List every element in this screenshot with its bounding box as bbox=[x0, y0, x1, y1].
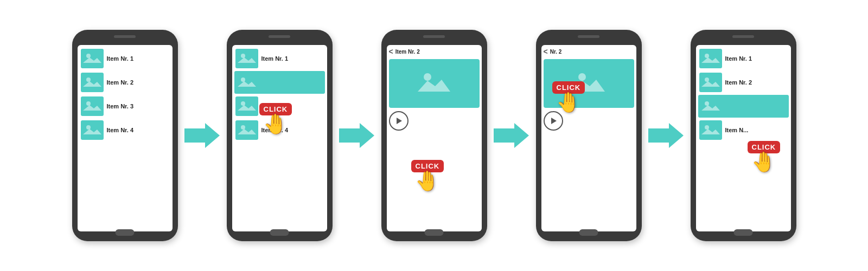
item-label: Item Nr. 2 bbox=[107, 79, 134, 86]
phone-1-wrapper: Item Nr. 1 Item Nr. 2 Item Nr. 3 Item Nr… bbox=[72, 30, 178, 241]
list-item: Item Nr. 2 bbox=[698, 71, 789, 94]
play-area bbox=[544, 111, 634, 131]
hand-icon: 🤚 bbox=[751, 152, 776, 172]
thumb-icon bbox=[81, 49, 104, 68]
thumb-icon bbox=[235, 96, 258, 116]
back-arrow-icon: < bbox=[544, 47, 548, 56]
arrow-4 bbox=[647, 121, 685, 151]
phone-4-wrapper: < Nr. 2 CLICK 🤚 bbox=[536, 30, 642, 241]
svg-point-20 bbox=[241, 101, 245, 106]
phone-1: Item Nr. 1 Item Nr. 2 Item Nr. 3 Item Nr… bbox=[72, 30, 178, 241]
svg-rect-6 bbox=[83, 99, 101, 114]
item-label: Item Nr. 1 bbox=[261, 55, 289, 62]
scene: Item Nr. 1 Item Nr. 2 Item Nr. 3 Item Nr… bbox=[0, 0, 868, 271]
phone-2: Item Nr. 1 Item N... Item Nr. 4 bbox=[227, 30, 333, 241]
svg-point-7 bbox=[86, 101, 91, 106]
item-label: Item Nr. 1 bbox=[107, 55, 134, 62]
svg-point-4 bbox=[86, 78, 91, 82]
svg-marker-34 bbox=[551, 118, 557, 124]
svg-point-17 bbox=[241, 78, 245, 82]
detail-image bbox=[389, 59, 480, 108]
phone-5-wrapper: Item Nr. 1 Item Nr. 2 Item N... bbox=[691, 30, 796, 241]
list-item: Item Nr. 4 bbox=[80, 119, 170, 141]
hand-icon: 🤚 bbox=[263, 114, 288, 134]
play-button[interactable] bbox=[544, 111, 563, 131]
arrow-1 bbox=[183, 121, 221, 151]
arrow-3 bbox=[493, 121, 531, 151]
svg-point-27 bbox=[424, 73, 431, 81]
svg-rect-16 bbox=[238, 75, 256, 90]
svg-rect-3 bbox=[83, 75, 101, 90]
svg-point-43 bbox=[705, 101, 709, 106]
phone-3-wrapper: < Item Nr. 2 CLICK 🤚 bbox=[381, 30, 487, 241]
svg-rect-45 bbox=[701, 122, 720, 138]
svg-point-37 bbox=[705, 54, 709, 58]
list-item: Item Nr. 3 bbox=[80, 95, 170, 118]
phone-1-screen: Item Nr. 1 Item Nr. 2 Item Nr. 3 Item Nr… bbox=[78, 45, 173, 231]
list-item: Item Nr. 2 bbox=[80, 71, 170, 94]
item-label: Item Nr. 3 bbox=[107, 103, 134, 109]
phone-2-screen: Item Nr. 1 Item N... Item Nr. 4 bbox=[232, 45, 327, 231]
click-overlay-4: CLICK 🤚 bbox=[552, 81, 585, 112]
thumb-icon bbox=[699, 120, 722, 140]
svg-point-10 bbox=[86, 125, 91, 130]
svg-rect-9 bbox=[83, 122, 101, 138]
svg-marker-29 bbox=[397, 118, 402, 124]
phone-3: < Item Nr. 2 bbox=[381, 30, 487, 241]
thumb-icon bbox=[699, 73, 722, 92]
thumb-icon bbox=[235, 73, 258, 92]
phone-3-detail: < Item Nr. 2 bbox=[387, 45, 482, 133]
thumb-icon bbox=[81, 96, 104, 116]
svg-point-1 bbox=[86, 54, 91, 58]
list-item: Item N... bbox=[698, 119, 789, 141]
detail-title: Nr. 2 bbox=[550, 49, 562, 55]
phone-5: Item Nr. 1 Item Nr. 2 Item N... bbox=[691, 30, 796, 241]
list-item: Item Nr. 1 bbox=[698, 47, 789, 70]
back-arrow-icon: < bbox=[389, 47, 393, 56]
svg-point-46 bbox=[705, 125, 709, 130]
list-item-highlighted bbox=[234, 71, 325, 94]
arrow-2 bbox=[338, 121, 376, 151]
phone-3-screen: < Item Nr. 2 bbox=[387, 45, 482, 231]
item-label: Item N... bbox=[725, 127, 749, 133]
thumb-icon bbox=[235, 49, 258, 68]
item-label: Item Nr. 4 bbox=[107, 127, 134, 133]
phone-4: < Nr. 2 bbox=[536, 30, 642, 241]
svg-point-23 bbox=[241, 125, 245, 130]
list-item: Item Nr. 1 bbox=[234, 47, 325, 70]
svg-marker-35 bbox=[648, 123, 684, 148]
click-overlay-5: CLICK 🤚 bbox=[748, 141, 781, 172]
thumb-icon bbox=[235, 120, 258, 140]
svg-rect-39 bbox=[701, 75, 720, 90]
svg-point-14 bbox=[241, 54, 245, 58]
thumb-icon bbox=[81, 73, 104, 92]
hand-icon: 🤚 bbox=[415, 171, 439, 191]
play-button[interactable] bbox=[389, 111, 409, 131]
phone-4-screen: < Nr. 2 bbox=[541, 45, 636, 231]
thumb-icon bbox=[699, 49, 722, 68]
svg-point-32 bbox=[578, 73, 586, 81]
phone-1-list: Item Nr. 1 Item Nr. 2 Item Nr. 3 Item Nr… bbox=[78, 45, 173, 144]
detail-header: < Item Nr. 2 bbox=[389, 47, 480, 56]
phone-2-wrapper: Item Nr. 1 Item N... Item Nr. 4 bbox=[227, 30, 333, 241]
play-area bbox=[389, 111, 480, 131]
svg-point-40 bbox=[705, 78, 709, 82]
click-overlay-3: CLICK 🤚 bbox=[411, 160, 444, 191]
svg-rect-36 bbox=[701, 51, 720, 66]
list-item: Item Nr. 1 bbox=[80, 47, 170, 70]
svg-marker-25 bbox=[339, 123, 374, 148]
click-overlay-2: CLICK 🤚 bbox=[259, 103, 292, 134]
svg-marker-12 bbox=[184, 123, 220, 148]
svg-marker-30 bbox=[494, 123, 529, 148]
svg-rect-19 bbox=[238, 99, 256, 114]
thumb-icon bbox=[699, 96, 722, 116]
svg-rect-13 bbox=[238, 51, 256, 66]
item-label: Item Nr. 2 bbox=[725, 79, 752, 86]
thumb-icon bbox=[81, 120, 104, 140]
hand-icon: 🤚 bbox=[556, 93, 580, 112]
svg-rect-22 bbox=[238, 122, 256, 138]
list-item-highlighted bbox=[698, 95, 789, 118]
item-label: Item Nr. 1 bbox=[725, 55, 752, 62]
detail-header: < Nr. 2 bbox=[544, 47, 634, 56]
phone-5-list: Item Nr. 1 Item Nr. 2 Item N... bbox=[696, 45, 791, 144]
